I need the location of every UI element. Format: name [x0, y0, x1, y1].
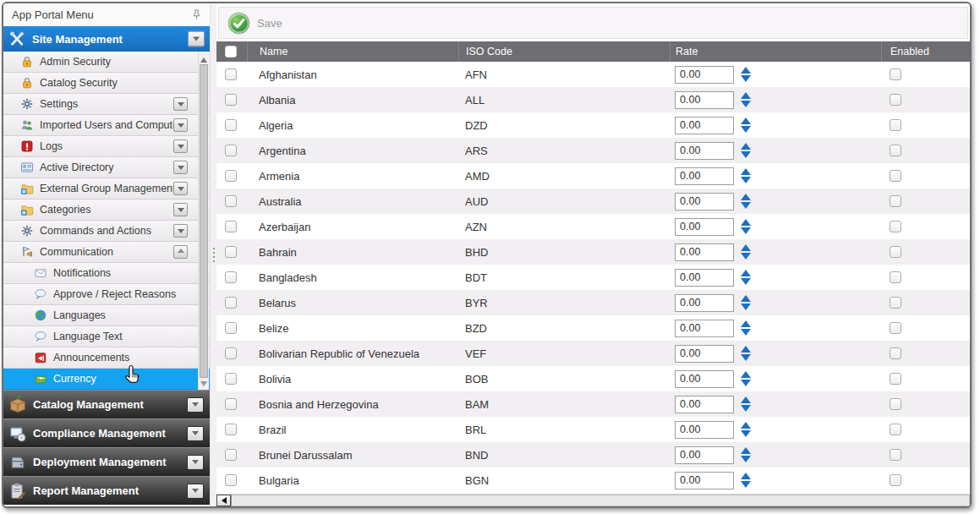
rate-input[interactable]: [675, 421, 734, 439]
spinner-up-icon[interactable]: [741, 270, 751, 276]
rate-spinner[interactable]: [741, 320, 751, 336]
sidebar-item-notifications[interactable]: Notifications: [3, 263, 210, 284]
spinner-down-icon[interactable]: [741, 380, 751, 386]
sidebar-item-currency[interactable]: Currency: [3, 369, 210, 390]
enabled-checkbox[interactable]: [890, 424, 901, 435]
spinner-down-icon[interactable]: [741, 151, 751, 158]
rate-input[interactable]: [675, 218, 734, 236]
spinner-down-icon[interactable]: [741, 456, 751, 462]
sidebar-item-imported-users-and-computers[interactable]: Imported Users and Computers: [3, 115, 210, 136]
expander-button[interactable]: [173, 182, 188, 195]
sidebar-item-languages[interactable]: Languages: [3, 305, 210, 326]
enabled-checkbox[interactable]: [890, 373, 901, 385]
header-checkbox[interactable]: [225, 46, 237, 57]
enabled-checkbox[interactable]: [890, 94, 901, 106]
rate-input[interactable]: [675, 167, 734, 185]
spinner-down-icon[interactable]: [741, 202, 751, 209]
sidebar-item-catalog-security[interactable]: Catalog Security: [3, 73, 210, 94]
spinner-up-icon[interactable]: [741, 371, 751, 378]
rate-input[interactable]: [675, 446, 734, 464]
spinner-up-icon[interactable]: [741, 396, 751, 403]
expander-button[interactable]: [187, 455, 204, 470]
spinner-down-icon[interactable]: [741, 177, 751, 183]
expander-button[interactable]: [187, 397, 204, 413]
expander-button[interactable]: [173, 203, 188, 216]
rate-spinner[interactable]: [741, 473, 751, 488]
sidebar-section-site-management[interactable]: Site Management: [3, 26, 210, 52]
expander-button[interactable]: [173, 245, 188, 259]
enabled-checkbox[interactable]: [890, 246, 901, 258]
rate-input[interactable]: [675, 472, 734, 489]
pin-icon[interactable]: [190, 8, 203, 21]
spinner-down-icon[interactable]: [741, 329, 751, 336]
expander-button[interactable]: [173, 224, 188, 238]
spinner-down-icon[interactable]: [741, 303, 751, 310]
rate-input[interactable]: [675, 345, 734, 363]
rate-spinner[interactable]: [741, 422, 751, 437]
expander-button[interactable]: [173, 139, 188, 153]
rate-input[interactable]: [675, 269, 734, 287]
sidebar-splitter[interactable]: [210, 3, 216, 506]
row-checkbox[interactable]: [225, 373, 237, 385]
row-checkbox[interactable]: [225, 119, 237, 131]
scrollbar-thumb[interactable]: [200, 64, 208, 378]
sidebar-item-commands-and-actions[interactable]: Commands and Actions: [3, 221, 210, 242]
enabled-checkbox[interactable]: [890, 271, 901, 283]
row-checkbox[interactable]: [225, 68, 237, 80]
scroll-left-icon[interactable]: [216, 495, 231, 506]
scrollbar-thumb[interactable]: [231, 495, 970, 506]
enabled-checkbox[interactable]: [890, 322, 901, 334]
scroll-up-icon[interactable]: [200, 54, 208, 62]
rate-input[interactable]: [675, 117, 734, 134]
sidebar-item-active-directory[interactable]: Active Directory: [3, 157, 210, 178]
row-checkbox[interactable]: [225, 145, 237, 156]
sidebar-item-announcements[interactable]: Announcements: [3, 347, 210, 369]
spinner-up-icon[interactable]: [741, 473, 751, 479]
row-checkbox[interactable]: [225, 449, 237, 461]
rate-input[interactable]: [675, 370, 734, 388]
column-header-enabled[interactable]: Enabled: [881, 41, 970, 62]
scroll-down-icon[interactable]: [200, 381, 208, 389]
expander-button[interactable]: [188, 31, 205, 47]
spinner-up-icon[interactable]: [741, 118, 751, 124]
rate-spinner[interactable]: [741, 118, 751, 133]
sidebar-section-catalog-management[interactable]: Catalog Management: [3, 390, 210, 418]
sidebar-item-communication[interactable]: Communication: [3, 242, 210, 263]
rate-input[interactable]: [675, 193, 734, 211]
rate-spinner[interactable]: [741, 168, 751, 183]
spinner-up-icon[interactable]: [741, 194, 751, 200]
expander-button[interactable]: [173, 161, 188, 174]
row-checkbox[interactable]: [225, 424, 237, 435]
row-checkbox[interactable]: [225, 94, 237, 106]
sidebar-section-compliance-management[interactable]: Compliance Management: [3, 418, 210, 447]
rate-input[interactable]: [675, 294, 734, 312]
sidebar-item-admin-security[interactable]: Admin Security: [3, 52, 210, 73]
enabled-checkbox[interactable]: [890, 195, 901, 207]
spinner-down-icon[interactable]: [741, 126, 751, 133]
spinner-down-icon[interactable]: [741, 430, 751, 437]
sidebar-scrollbar[interactable]: [198, 52, 209, 391]
enabled-checkbox[interactable]: [890, 398, 901, 410]
spinner-down-icon[interactable]: [741, 278, 751, 285]
enabled-checkbox[interactable]: [890, 347, 901, 359]
spinner-down-icon[interactable]: [741, 405, 751, 412]
spinner-down-icon[interactable]: [741, 253, 751, 260]
expander-button[interactable]: [173, 97, 188, 111]
rate-spinner[interactable]: [741, 270, 751, 285]
rate-spinner[interactable]: [741, 371, 751, 386]
row-checkbox[interactable]: [225, 297, 237, 309]
spinner-up-icon[interactable]: [741, 92, 751, 99]
horizontal-scrollbar[interactable]: [216, 494, 970, 506]
rate-spinner[interactable]: [741, 396, 751, 412]
enabled-checkbox[interactable]: [890, 68, 901, 80]
rate-spinner[interactable]: [741, 346, 751, 361]
row-checkbox[interactable]: [225, 347, 237, 359]
sidebar-section-deployment-management[interactable]: Deployment Management: [3, 447, 210, 476]
enabled-checkbox[interactable]: [890, 119, 901, 131]
row-checkbox[interactable]: [225, 398, 237, 410]
spinner-up-icon[interactable]: [741, 422, 751, 429]
rate-spinner[interactable]: [741, 295, 751, 310]
spinner-up-icon[interactable]: [741, 295, 751, 302]
enabled-checkbox[interactable]: [890, 170, 901, 182]
rate-spinner[interactable]: [741, 244, 751, 260]
